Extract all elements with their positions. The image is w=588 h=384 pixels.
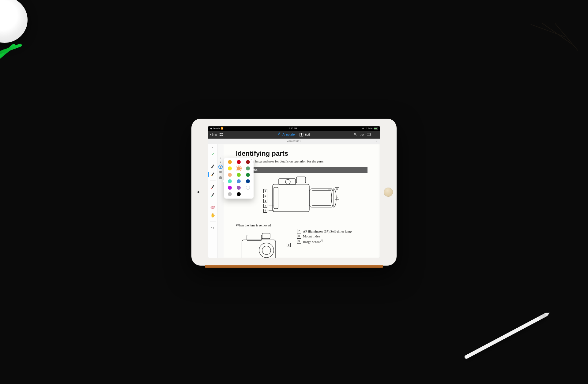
svg-point-12 <box>259 243 274 258</box>
battery-icon <box>374 128 378 129</box>
camera-illustration <box>270 175 337 218</box>
mode-switcher: Annotate T Edit <box>278 133 310 136</box>
pan-tool[interactable]: ✋ <box>210 213 216 218</box>
sidebar-close-button[interactable]: × <box>212 146 213 149</box>
color-swatch[interactable] <box>237 173 241 177</box>
view-mode-button[interactable] <box>367 133 371 136</box>
stroke-width-3[interactable] <box>220 166 221 168</box>
front-camera <box>198 191 199 193</box>
color-swatch[interactable] <box>246 186 250 190</box>
thumbnails-button[interactable] <box>220 133 223 136</box>
legend-row: 9Image sensor*2 <box>297 239 368 244</box>
color-swatch[interactable] <box>237 160 241 164</box>
appearance-button[interactable]: AA <box>360 133 364 136</box>
separator <box>210 222 216 222</box>
back-label: tmp <box>212 133 217 136</box>
color-swatch[interactable] <box>228 186 232 190</box>
more-button[interactable] <box>374 133 378 136</box>
undo-icon: ↩ <box>211 226 214 230</box>
diagram-subhead: When the lens is removed <box>236 223 368 227</box>
marker2-tool[interactable] <box>210 192 216 197</box>
svg-rect-2 <box>296 177 306 183</box>
pen-icon <box>278 132 282 136</box>
stroke-width-1[interactable] <box>220 158 221 158</box>
hand-icon: ✋ <box>210 213 215 218</box>
svg-point-5 <box>285 179 290 184</box>
back-to-app-icon[interactable]: ◀ <box>210 127 212 130</box>
desk-twig <box>521 12 576 67</box>
mode-annotate[interactable]: Annotate <box>278 133 295 136</box>
battery-percent: 94% <box>368 127 372 129</box>
back-to-app-label[interactable]: Search <box>213 127 220 129</box>
callout-box: 2 <box>263 194 267 198</box>
callout-box: 1 <box>263 189 267 193</box>
color-swatch[interactable] <box>228 173 232 177</box>
sidebar-done-button[interactable]: ✓ <box>211 152 214 156</box>
camera-diagram: 12345 67 <box>236 175 368 221</box>
ipad-frame: ◀ Search 3:10 PM ⟳ 94% ‹ tmp An <box>191 119 397 266</box>
stroke-width-bar <box>217 144 224 258</box>
undo-button[interactable]: ↩ <box>210 226 216 230</box>
color-swatch[interactable] <box>228 192 232 196</box>
stroke-width-5[interactable] <box>219 176 222 179</box>
status-bar: ◀ Search 3:10 PM ⟳ 94% <box>208 126 380 131</box>
bluetooth-icon <box>365 127 367 130</box>
screen: ◀ Search 3:10 PM ⟳ 94% ‹ tmp An <box>208 126 380 258</box>
close-tab-button[interactable]: × <box>375 140 377 143</box>
page-title: Identifying parts <box>236 150 368 158</box>
page-subtitle: See the pages in parentheses for details… <box>236 159 368 163</box>
color-swatch[interactable] <box>237 166 241 170</box>
annotation-tool-sidebar: × ✓ ✋ ↩ <box>208 144 217 258</box>
color-swatch[interactable] <box>237 186 241 190</box>
legend-list: 7AF illuminator (37)/Self-timer lamp8Mou… <box>297 229 368 244</box>
color-swatch[interactable] <box>246 173 250 177</box>
search-button[interactable] <box>354 133 357 136</box>
smart-cover <box>205 265 383 268</box>
back-button[interactable]: ‹ tmp <box>210 133 217 136</box>
separator <box>210 160 216 160</box>
legend-row: 8Mount index <box>297 234 368 239</box>
mode-annotate-label: Annotate <box>282 133 295 136</box>
svg-rect-10 <box>247 235 262 240</box>
wifi-icon <box>221 127 224 130</box>
home-button[interactable] <box>384 188 393 197</box>
color-swatch[interactable] <box>246 166 250 170</box>
separator <box>210 201 216 201</box>
callout-box: 8 <box>287 243 291 247</box>
color-swatch[interactable] <box>246 179 250 183</box>
marker-tool[interactable] <box>210 185 216 189</box>
highlighter-tool[interactable] <box>210 172 216 177</box>
mode-edit-label: Edit <box>304 133 310 136</box>
separator <box>210 181 216 181</box>
color-swatch[interactable] <box>228 179 232 183</box>
orientation-lock-icon: ⟳ <box>362 127 364 130</box>
svg-rect-6 <box>274 187 278 209</box>
eraser-tool[interactable] <box>210 205 216 210</box>
stroke-width-2[interactable] <box>220 162 221 163</box>
apple-pencil <box>464 313 547 359</box>
callout-box: 4 <box>263 204 267 208</box>
text-icon: T <box>300 133 303 136</box>
app-toolbar: ‹ tmp Annotate T Edit AA <box>208 131 380 139</box>
legend-row: 7AF illuminator (37)/Self-timer lamp <box>297 229 368 234</box>
section-header: Front side <box>236 167 368 173</box>
main-area: × ✓ ✋ ↩ <box>208 144 380 258</box>
svg-rect-11 <box>262 233 270 239</box>
pen-tool[interactable] <box>210 164 216 169</box>
chevron-left-icon: ‹ <box>210 133 211 136</box>
callout-box: 6 <box>335 187 339 191</box>
document-tab-strip: 4576983111 × <box>208 139 380 144</box>
document-filename: 4576983111 <box>287 140 301 143</box>
color-picker-popover[interactable] <box>224 158 254 199</box>
color-swatch[interactable] <box>228 166 232 170</box>
stroke-width-4[interactable] <box>219 171 222 173</box>
callout-box: 3 <box>263 199 267 203</box>
clock: 3:10 PM <box>289 127 297 129</box>
mode-edit[interactable]: T Edit <box>300 133 310 136</box>
color-swatch[interactable] <box>228 160 232 164</box>
color-swatch[interactable] <box>237 179 241 183</box>
color-swatch[interactable] <box>237 192 241 196</box>
color-swatch[interactable] <box>246 160 250 164</box>
desk-cup <box>0 0 28 43</box>
callout-box: 5 <box>263 209 267 213</box>
